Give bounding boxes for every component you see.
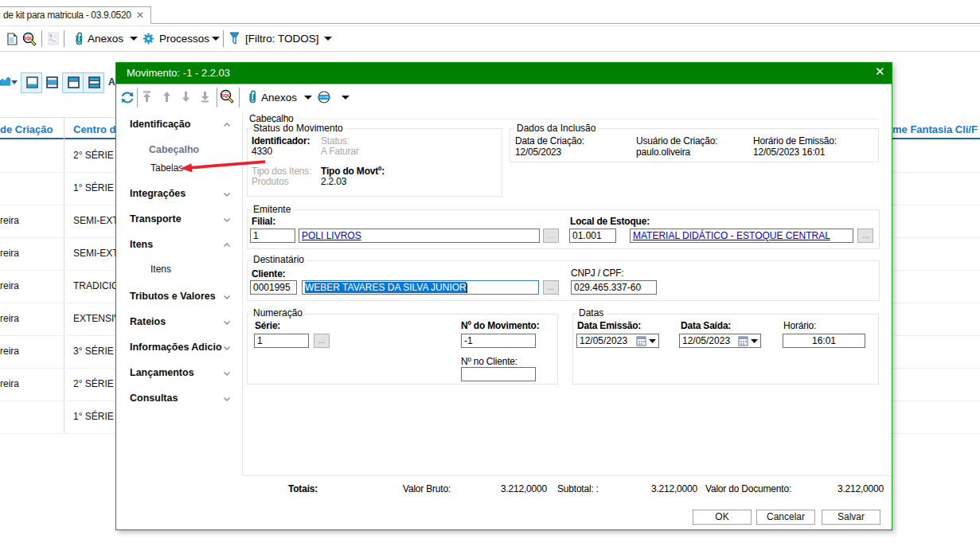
svg-text:SQL: SQL: [23, 36, 33, 41]
svg-text:SQL: SQL: [221, 93, 231, 98]
